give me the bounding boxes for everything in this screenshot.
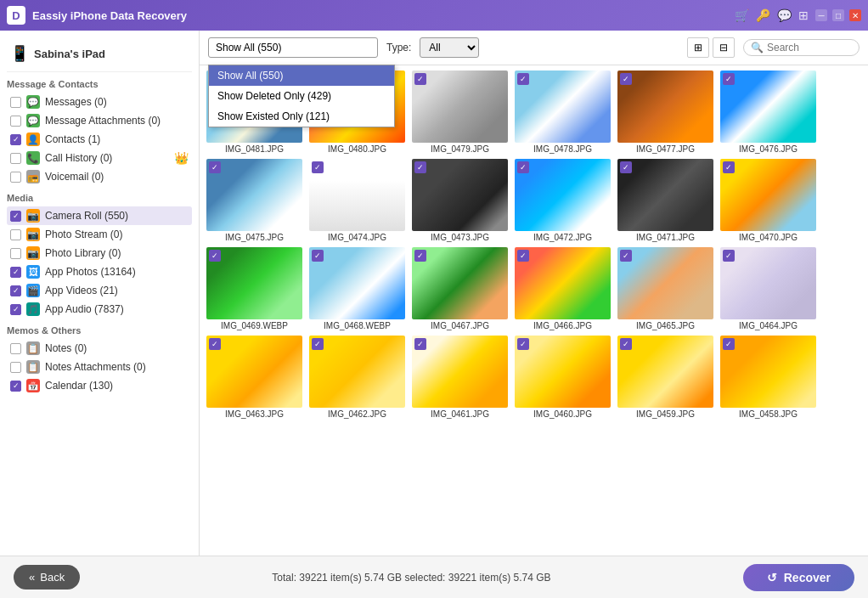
checkbox-voicemail[interactable] (10, 172, 21, 183)
sidebar-item-call-history[interactable]: 📞Call History (0)👑 (7, 149, 192, 167)
image-cell-IMG_0458[interactable]: ✓IMG_0458.JPG (719, 336, 818, 419)
image-cell-IMG_0479[interactable]: ✓IMG_0479.JPG (410, 71, 510, 154)
checkbox-call-history[interactable] (10, 153, 21, 164)
image-check-IMG_0461[interactable]: ✓ (414, 338, 426, 350)
recover-button[interactable]: ↺ Recover (743, 564, 854, 591)
image-cell-IMG_0463[interactable]: ✓IMG_0463.JPG (205, 336, 304, 419)
checkbox-app-photos[interactable]: ✓ (10, 267, 21, 278)
type-select[interactable]: All JPG PNG WEBP (420, 37, 479, 58)
image-check-IMG_0472[interactable]: ✓ (517, 161, 529, 173)
image-check-IMG_0464[interactable]: ✓ (723, 250, 735, 262)
image-cell-IMG_0467[interactable]: ✓IMG_0467.JPG (410, 247, 510, 330)
list-view-button[interactable]: ⊟ (713, 37, 735, 58)
checkbox-photo-library[interactable] (10, 248, 21, 259)
dropdown-option-existed[interactable]: Show Existed Only (121) (209, 106, 394, 127)
image-cell-IMG_0459[interactable]: ✓IMG_0459.JPG (616, 336, 715, 419)
checkbox-messages[interactable] (10, 97, 21, 108)
sidebar-section-media: ✓📷Camera Roll (550)📷Photo Stream (0)📷Pho… (7, 206, 192, 319)
image-check-IMG_0460[interactable]: ✓ (517, 338, 529, 350)
image-check-IMG_0476[interactable]: ✓ (723, 73, 735, 85)
sidebar-item-photo-stream[interactable]: 📷Photo Stream (0) (7, 225, 192, 244)
image-cell-IMG_0466[interactable]: ✓IMG_0466.JPG (513, 247, 612, 330)
checkbox-app-videos[interactable]: ✓ (10, 285, 21, 296)
cart-icon[interactable]: 🛒 (735, 8, 749, 22)
checkbox-photo-stream[interactable] (10, 229, 21, 240)
image-check-IMG_0467[interactable]: ✓ (414, 250, 426, 262)
checkbox-contacts[interactable]: ✓ (10, 134, 21, 145)
maximize-button[interactable]: □ (832, 9, 844, 21)
recover-icon: ↺ (767, 571, 777, 584)
image-cell-IMG_0477[interactable]: ✓IMG_0477.JPG (616, 71, 715, 154)
image-cell-IMG_0478[interactable]: ✓IMG_0478.JPG (513, 71, 612, 154)
image-check-IMG_0477[interactable]: ✓ (620, 73, 632, 85)
sidebar-item-messages[interactable]: 💬Messages (0) (7, 93, 192, 111)
dropdown-option-all[interactable]: Show All (550) (209, 65, 394, 86)
sidebar: 📱 Sabina's iPad Message & Contacts 💬Mess… (0, 31, 200, 556)
checkbox-message-attachments[interactable] (10, 116, 21, 127)
sidebar-item-notes-attachments[interactable]: 📋Notes Attachments (0) (7, 358, 192, 376)
image-check-IMG_0478[interactable]: ✓ (517, 73, 529, 85)
image-check-IMG_0479[interactable]: ✓ (414, 73, 426, 85)
image-cell-IMG_0473[interactable]: ✓IMG_0473.JPG (410, 159, 510, 242)
image-thumb-IMG_0473: ✓ (412, 159, 508, 231)
sidebar-item-message-attachments[interactable]: 💬Message Attachments (0) (7, 111, 192, 130)
back-button[interactable]: « Back (14, 565, 80, 590)
grid-view-button[interactable]: ⊞ (687, 37, 709, 58)
image-cell-IMG_0472[interactable]: ✓IMG_0472.JPG (513, 159, 612, 242)
image-check-IMG_0469[interactable]: ✓ (209, 250, 221, 262)
dropdown-option-deleted[interactable]: Show Deleted Only (429) (209, 86, 394, 106)
minimize-button[interactable]: ─ (815, 9, 827, 21)
image-thumb-IMG_0471: ✓ (617, 159, 713, 231)
image-cell-IMG_0476[interactable]: ✓IMG_0476.JPG (719, 71, 818, 154)
image-check-IMG_0473[interactable]: ✓ (414, 161, 426, 173)
image-cell-IMG_0470[interactable]: ✓IMG_0470.JPG (719, 159, 818, 242)
image-check-IMG_0471[interactable]: ✓ (620, 161, 632, 173)
title-bar-icons: 🛒 🔑 💬 ⊞ (735, 8, 809, 22)
chat-icon[interactable]: 💬 (777, 8, 792, 22)
content-area: Show All (550) Show Deleted Only (429) S… (200, 31, 868, 556)
show-dropdown[interactable]: Show All (550) Show Deleted Only (429) S… (208, 37, 378, 58)
sidebar-item-camera-roll[interactable]: ✓📷Camera Roll (550) (7, 206, 192, 225)
checkbox-app-audio[interactable]: ✓ (10, 304, 21, 315)
image-cell-IMG_0464[interactable]: ✓IMG_0464.JPG (719, 247, 818, 330)
search-input[interactable] (767, 42, 852, 54)
sidebar-item-app-photos[interactable]: ✓🖼App Photos (13164) (7, 262, 192, 281)
image-cell-IMG_0461[interactable]: ✓IMG_0461.JPG (410, 336, 510, 419)
sidebar-item-app-audio[interactable]: ✓🎵App Audio (7837) (7, 300, 192, 319)
image-cell-IMG_0465[interactable]: ✓IMG_0465.JPG (616, 247, 715, 330)
label-app-photos: App Photos (13164) (45, 266, 189, 278)
image-check-IMG_0459[interactable]: ✓ (620, 338, 632, 350)
image-cell-IMG_0468[interactable]: ✓IMG_0468.WEBP (307, 247, 407, 330)
image-cell-IMG_0469[interactable]: ✓IMG_0469.WEBP (205, 247, 304, 330)
sidebar-item-photo-library[interactable]: 📷Photo Library (0) (7, 244, 192, 262)
image-cell-IMG_0471[interactable]: ✓IMG_0471.JPG (616, 159, 715, 242)
image-check-IMG_0463[interactable]: ✓ (209, 338, 221, 350)
grid-icon[interactable]: ⊞ (798, 8, 809, 22)
image-cell-IMG_0462[interactable]: ✓IMG_0462.JPG (307, 336, 407, 419)
sidebar-item-voicemail[interactable]: 📻Voicemail (0) (7, 167, 192, 186)
image-check-IMG_0468[interactable]: ✓ (312, 250, 324, 262)
image-check-IMG_0462[interactable]: ✓ (312, 338, 324, 350)
checkbox-camera-roll[interactable]: ✓ (10, 211, 21, 222)
image-check-IMG_0458[interactable]: ✓ (723, 338, 735, 350)
close-button[interactable]: ✕ (849, 9, 861, 21)
sidebar-item-app-videos[interactable]: ✓🎬App Videos (21) (7, 281, 192, 300)
image-check-IMG_0470[interactable]: ✓ (723, 161, 735, 173)
image-check-IMG_0475[interactable]: ✓ (209, 161, 221, 173)
key-icon[interactable]: 🔑 (756, 8, 770, 22)
image-check-IMG_0465[interactable]: ✓ (620, 250, 632, 262)
sidebar-item-contacts[interactable]: ✓👤Contacts (1) (7, 130, 192, 149)
checkbox-notes[interactable] (10, 343, 21, 354)
image-name-IMG_0468: IMG_0468.WEBP (324, 321, 391, 330)
image-thumb-IMG_0459: ✓ (617, 336, 713, 408)
image-cell-IMG_0474[interactable]: ✓IMG_0474.JPG (307, 159, 407, 242)
image-name-IMG_0461: IMG_0461.JPG (431, 409, 489, 419)
image-check-IMG_0474[interactable]: ✓ (312, 161, 324, 173)
image-cell-IMG_0460[interactable]: ✓IMG_0460.JPG (513, 336, 612, 419)
checkbox-notes-attachments[interactable] (10, 362, 21, 373)
checkbox-calendar[interactable]: ✓ (10, 381, 21, 392)
sidebar-item-calendar[interactable]: ✓📅Calendar (130) (7, 376, 192, 395)
sidebar-item-notes[interactable]: 📋Notes (0) (7, 339, 192, 358)
image-check-IMG_0466[interactable]: ✓ (517, 250, 529, 262)
image-cell-IMG_0475[interactable]: ✓IMG_0475.JPG (205, 159, 304, 242)
